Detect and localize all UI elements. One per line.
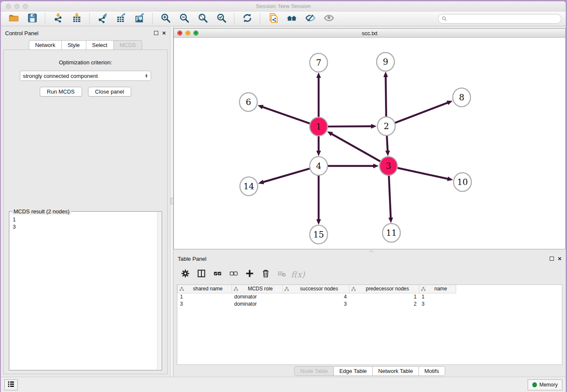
edge-3-1[interactable]: [331, 134, 381, 162]
hide-eye-button[interactable]: [302, 12, 319, 25]
result-scrollbar[interactable]: [157, 212, 161, 370]
column-header-successor-nodes[interactable]: successor nodes: [283, 285, 350, 293]
home-button[interactable]: [283, 12, 300, 25]
add-row-button[interactable]: [244, 268, 256, 280]
network-canvas[interactable]: 7968124314101511: [174, 38, 565, 249]
edge-2-3[interactable]: [387, 135, 388, 152]
cell[interactable]: 4: [283, 293, 350, 300]
edge-3-11[interactable]: [389, 174, 391, 218]
node-label-3: 3: [386, 161, 391, 171]
apply-layout-button[interactable]: [239, 12, 256, 25]
graph[interactable]: 7968124314101511: [174, 38, 565, 249]
splitter-grip[interactable]: [171, 198, 173, 204]
close-window-button[interactable]: [6, 4, 11, 9]
network-close-button[interactable]: ×: [177, 30, 182, 36]
panel-splitter[interactable]: [170, 27, 173, 377]
tab-style[interactable]: Style: [61, 40, 86, 50]
run-mcds-button[interactable]: Run MCDS: [40, 87, 82, 97]
cell[interactable]: 1: [419, 293, 456, 300]
export-network-button[interactable]: [94, 12, 111, 25]
search-field[interactable]: [438, 14, 561, 24]
zoom-fit-icon: [198, 13, 208, 25]
zoom-fit-button[interactable]: [194, 12, 211, 25]
close-table-panel-icon[interactable]: ×: [558, 257, 561, 261]
show-columns-button[interactable]: [195, 268, 207, 280]
edge-1-2[interactable]: [327, 126, 372, 127]
network-minimize-button[interactable]: −: [185, 30, 190, 36]
table-row[interactable]: 1dominator411: [178, 293, 456, 300]
edge-arrow: [258, 180, 264, 185]
column-header-predecessor-nodes[interactable]: predecessor nodes: [350, 285, 419, 293]
memory-button[interactable]: Memory: [528, 379, 562, 390]
import-network-button[interactable]: [50, 12, 66, 25]
table-settings-button[interactable]: [179, 268, 191, 280]
tab-edge-table[interactable]: Edge Table: [333, 366, 372, 376]
zoom-selected-button[interactable]: [213, 12, 230, 25]
zoom-out-button[interactable]: [176, 12, 193, 25]
delete-row-button[interactable]: [260, 268, 272, 280]
edge-1-6[interactable]: [262, 107, 311, 124]
node-label-6: 6: [246, 97, 251, 107]
tab-network-table[interactable]: Network Table: [372, 366, 418, 376]
cell[interactable]: dominator: [232, 300, 283, 307]
minimize-window-button[interactable]: [14, 4, 19, 9]
import-table-icon: [72, 13, 82, 25]
zoom-in-button[interactable]: [157, 12, 174, 25]
tab-select[interactable]: Select: [86, 40, 113, 50]
apply-function-button[interactable]: f(x): [292, 268, 304, 280]
tab-node-table[interactable]: Node Table: [294, 366, 333, 376]
column-header-MCDS-role[interactable]: MCDS role: [232, 285, 283, 293]
float-panel-icon[interactable]: [154, 31, 158, 35]
maximize-window-button[interactable]: [23, 4, 28, 9]
edge-2-8[interactable]: [394, 102, 449, 123]
mcds-result-text[interactable]: 1 3: [9, 212, 162, 233]
open-session-button[interactable]: [5, 12, 22, 25]
tab-motifs[interactable]: Motifs: [418, 366, 445, 376]
edge-arrow: [446, 101, 452, 105]
node-table-container: shared nameMCDS rolesuccessor nodesprede…: [177, 284, 562, 365]
export-table-button[interactable]: [113, 12, 129, 25]
export-table-icon: [116, 13, 127, 25]
table-row[interactable]: 3dominator323: [178, 300, 456, 307]
cell[interactable]: 1: [350, 293, 419, 300]
cell[interactable]: 3: [419, 300, 456, 307]
node-label-7: 7: [316, 58, 322, 68]
column-header-shared-name[interactable]: shared name: [178, 285, 232, 293]
edge-3-10[interactable]: [397, 168, 449, 179]
cell[interactable]: dominator: [232, 293, 283, 300]
float-table-panel-icon[interactable]: [550, 257, 554, 261]
deselect-all-button[interactable]: [228, 268, 239, 280]
network-overview-button[interactable]: [264, 12, 281, 25]
toolbar-separator: [45, 13, 45, 24]
app-window: Session: New Session: [1, 1, 566, 392]
select-all-button[interactable]: [212, 268, 223, 280]
titlebar: Session: New Session: [1, 1, 566, 11]
tab-mcds[interactable]: MCDS: [113, 40, 142, 50]
close-panel-button[interactable]: Close panel: [88, 87, 132, 97]
node-label-4: 4: [316, 161, 322, 171]
delete-table-button[interactable]: [276, 268, 288, 280]
criterion-dropdown[interactable]: strongly connected component ▲▼: [20, 71, 151, 81]
show-eye-button[interactable]: [320, 12, 337, 25]
network-window-titlebar[interactable]: × − + scc.txt: [174, 29, 565, 38]
close-panel-icon[interactable]: ×: [162, 31, 166, 35]
cell[interactable]: 3: [283, 300, 350, 307]
window-controls: [6, 4, 28, 9]
tab-network[interactable]: Network: [29, 40, 61, 50]
column-header-name[interactable]: name: [419, 285, 456, 293]
table-tabs: Node Table Edge Table Network Table Moti…: [173, 365, 566, 377]
table-panel: Table Panel ×: [173, 252, 566, 377]
save-session-button[interactable]: [24, 12, 41, 25]
cell[interactable]: 3: [178, 300, 232, 307]
edge-4-14[interactable]: [263, 168, 311, 182]
task-history-button[interactable]: [4, 379, 18, 390]
edge-arrow: [317, 219, 321, 225]
search-input[interactable]: [449, 16, 558, 22]
cell[interactable]: 2: [350, 300, 419, 307]
network-maximize-button[interactable]: +: [193, 30, 198, 36]
mcds-result-title: MCDS result (2 nodes): [12, 208, 71, 215]
import-table-button[interactable]: [68, 12, 85, 25]
edge-2-9[interactable]: [385, 76, 386, 118]
export-image-button[interactable]: [131, 12, 148, 25]
cell[interactable]: 1: [178, 293, 232, 300]
